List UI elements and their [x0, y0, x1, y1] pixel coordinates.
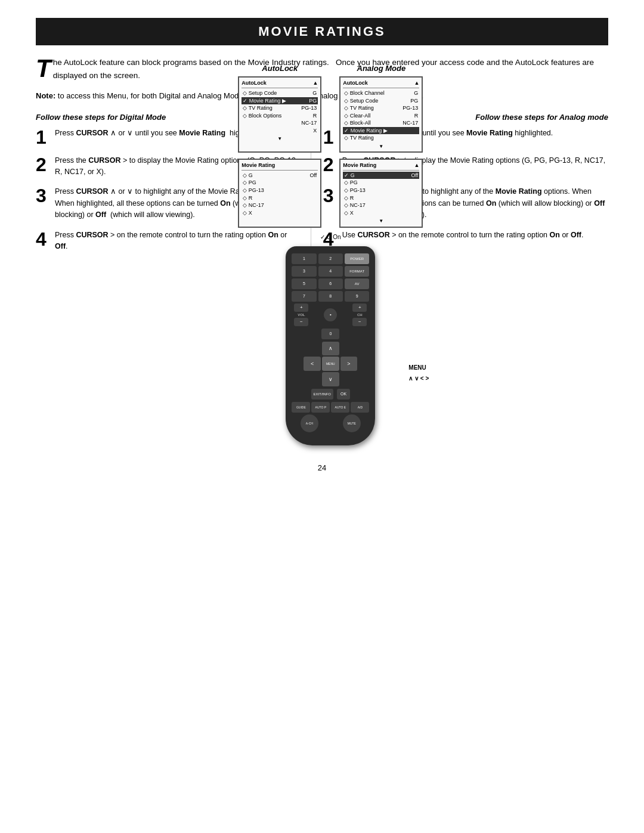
- as1-row7: ◇ TV Rating: [343, 134, 419, 142]
- btn-5[interactable]: 5: [292, 278, 316, 289]
- digital-screen-2: Movie Rating ◇ GOff ◇ PG ◇ PG-13 ◇ R ◇ N…: [238, 159, 321, 227]
- digital-screen1-title: AutoLock ▲: [242, 79, 318, 88]
- ds1-row4: ◇ Block OptionsR: [242, 112, 318, 120]
- menu-label: MENU: [408, 363, 429, 373]
- as1-row1: ◇ Block ChannelG: [343, 89, 419, 97]
- step-num-3: 3: [36, 186, 49, 205]
- as2-row1-highlight: ✓ GOff: [343, 172, 419, 179]
- ds2-row4: ◇ R: [242, 194, 318, 202]
- num-row-3: 5 6 AV: [292, 278, 369, 289]
- ds1-row1: ◇ Setup CodeG: [242, 89, 318, 97]
- vol-ch-row: + VOL − • + CH −: [292, 304, 369, 326]
- ds2-row5: ◇ NC-17: [242, 202, 318, 209]
- btn-auto-p[interactable]: AUTO P: [311, 402, 330, 413]
- dot-btn[interactable]: •: [324, 308, 337, 321]
- nav-empty-tr: [340, 342, 358, 356]
- btn-8[interactable]: 8: [318, 291, 343, 302]
- remote-body: 1 2 POWER 3 4 FORMAT 5 6 AV 7 8 9: [286, 246, 375, 445]
- num-row-4: 7 8 9: [292, 291, 369, 302]
- btn-av[interactable]: AV: [345, 278, 369, 289]
- analog-screen1-title: AutoLock ▲: [343, 79, 419, 88]
- num-row-2: 3 4 FORMAT: [292, 266, 369, 277]
- digital-screen-1: AutoLock ▲ ◇ Setup CodeG ✓ Movie Rating …: [238, 76, 321, 153]
- vol-minus-btn[interactable]: −: [294, 318, 308, 326]
- nav-empty-br: [340, 372, 358, 386]
- last-btn-row: A-CH MUTE: [292, 414, 369, 432]
- btn-auto-e[interactable]: AUTO E: [331, 402, 349, 413]
- nav-right-btn[interactable]: >: [340, 357, 358, 371]
- as2-row6: ◇ X: [343, 209, 419, 217]
- bottom-screen-note: ✓ G On: [320, 234, 341, 240]
- ds2-row1: ◇ GOff: [242, 172, 318, 179]
- btn-3[interactable]: 3: [292, 266, 316, 277]
- menu-label-area: MENU ∧ ∨ < >: [408, 363, 429, 384]
- analog-screen-2: Movie Rating ▲ ✓ GOff ◇ PG ◇ PG-13 ◇ R ◇…: [339, 159, 423, 227]
- bottom-btn-row: GUIDE AUTO P AUTO E A/D: [292, 402, 369, 413]
- btn-a-ch[interactable]: A-CH: [301, 414, 318, 432]
- page-number: 24: [36, 463, 608, 472]
- btn-format[interactable]: FORMAT: [345, 266, 369, 277]
- ds2-row3: ◇ PG-13: [242, 187, 318, 194]
- drop-cap: T: [36, 58, 51, 79]
- btn-1[interactable]: 1: [292, 253, 316, 264]
- ch-plus-btn[interactable]: +: [352, 304, 367, 312]
- page-title: MOVIE RATINGS: [48, 24, 596, 39]
- ds1-row6: X: [242, 127, 318, 135]
- analog-label-text: Analog Mode: [357, 64, 406, 73]
- screen-labels-row: AutoLock Analog Mode: [238, 64, 423, 73]
- vol-label: VOL: [298, 313, 305, 317]
- analog-screen2-title: Movie Rating ▲: [343, 162, 419, 171]
- step-num-1: 1: [36, 128, 49, 147]
- page-title-bar: MOVIE RATINGS: [36, 18, 608, 45]
- nav-empty-tl: [304, 342, 321, 356]
- step-text-1: Press CURSOR ∧ or ∨ until you see Movie …: [55, 128, 268, 139]
- note-label: Note:: [36, 91, 55, 100]
- btn-7[interactable]: 7: [292, 291, 316, 302]
- ds1-bottom-arrow: ▼: [242, 135, 318, 142]
- btn-power[interactable]: POWER: [345, 253, 369, 264]
- screens-remote-center: AutoLock Analog Mode AutoLock ▲ ◇ Setup …: [238, 64, 423, 445]
- digital-mode-label: AutoLock: [238, 64, 321, 73]
- nav-cross: ∧ < MENU > ∨: [304, 342, 357, 386]
- analog-mode-label: Analog Mode: [339, 64, 423, 73]
- nav-empty-bl: [304, 372, 321, 386]
- digital-label-text: AutoLock: [262, 64, 298, 73]
- btn-2[interactable]: 2: [318, 253, 343, 264]
- page-num-text: 24: [318, 463, 326, 472]
- nav-label: ∧ ∨ < >: [408, 373, 429, 384]
- ch-label: CH: [357, 313, 363, 317]
- nav-down-btn[interactable]: ∨: [322, 372, 339, 386]
- as1-bottom-arrow: ▼: [343, 143, 419, 150]
- as2-row2: ◇ PG: [343, 179, 419, 187]
- ch-minus-btn[interactable]: −: [352, 318, 367, 326]
- as1-row2: ◇ Setup CodePG: [343, 97, 419, 105]
- btn-6[interactable]: 6: [318, 278, 343, 289]
- zero-row: 0: [292, 329, 369, 339]
- step-num-2: 2: [36, 155, 49, 174]
- step-num-4: 4: [36, 230, 49, 249]
- btn-a-d[interactable]: A/D: [351, 402, 369, 413]
- nav-menu-btn[interactable]: MENU: [322, 357, 339, 371]
- analog-screen-1: AutoLock ▲ ◇ Block ChannelG ◇ Setup Code…: [339, 76, 423, 153]
- num-row-1: 1 2 POWER: [292, 253, 369, 264]
- nav-left-btn[interactable]: <: [304, 357, 321, 371]
- btn-9[interactable]: 9: [345, 291, 369, 302]
- ds1-row3: ◇ TV RatingPG-13: [242, 104, 318, 112]
- btn-guide[interactable]: GUIDE: [292, 402, 310, 413]
- as1-row3: ◇ TV RatingPG-13: [343, 104, 419, 112]
- btn-4[interactable]: 4: [318, 266, 343, 277]
- ds1-row2-highlight: ✓ Movie Rating ▶PG: [242, 97, 318, 105]
- btn-ok[interactable]: OK: [337, 389, 350, 400]
- btn-mute[interactable]: MUTE: [343, 414, 361, 432]
- btn-exit-info[interactable]: EXIT/INFO: [311, 389, 333, 400]
- ok-exit-row: EXIT/INFO OK: [292, 389, 369, 400]
- bottom-screens-row: Movie Rating ◇ GOff ◇ PG ◇ PG-13 ◇ R ◇ N…: [238, 159, 423, 227]
- vol-plus-btn[interactable]: +: [294, 304, 308, 312]
- digital-screen2-title: Movie Rating: [242, 162, 318, 171]
- as2-row5: ◇ NC-17: [343, 202, 419, 209]
- btn-0[interactable]: 0: [321, 329, 339, 339]
- as1-row4: ◇ Clear-AllR: [343, 112, 419, 120]
- ds1-row5: NC-17: [242, 119, 318, 127]
- remote-section: 1 2 POWER 3 4 FORMAT 5 6 AV 7 8 9: [286, 246, 375, 445]
- nav-up-btn[interactable]: ∧: [322, 342, 339, 356]
